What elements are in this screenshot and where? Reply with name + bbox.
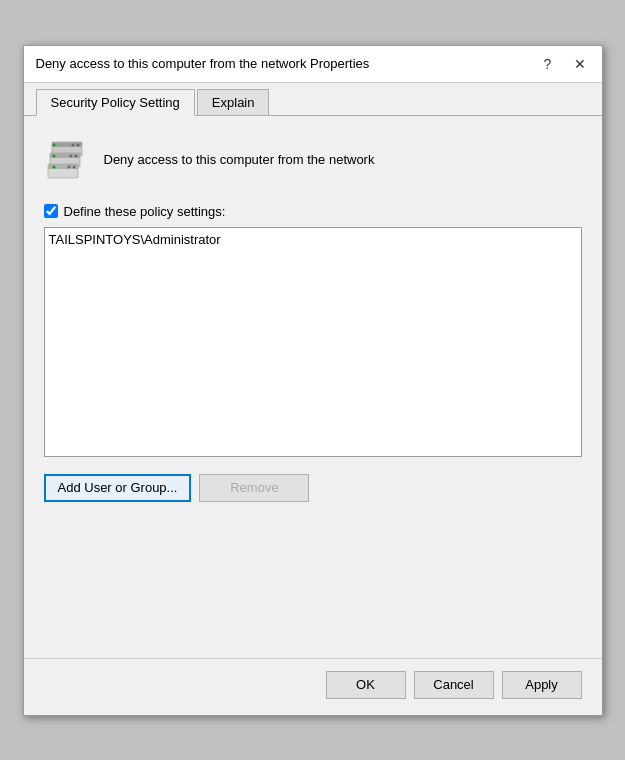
- define-row: Define these policy settings:: [44, 204, 582, 219]
- close-button[interactable]: ✕: [570, 54, 590, 74]
- svg-point-3: [71, 143, 74, 146]
- dialog-footer: OK Cancel Apply: [24, 658, 602, 715]
- apply-button[interactable]: Apply: [502, 671, 582, 699]
- svg-point-13: [52, 154, 55, 157]
- define-label[interactable]: Define these policy settings:: [64, 204, 226, 219]
- policy-header: Deny access to this computer from the ne…: [44, 132, 582, 188]
- tab-explain[interactable]: Explain: [197, 89, 270, 115]
- tab-bar: Security Policy Setting Explain: [24, 83, 602, 116]
- cancel-button[interactable]: Cancel: [414, 671, 494, 699]
- button-row: Add User or Group... Remove: [44, 474, 582, 502]
- svg-point-11: [67, 165, 70, 168]
- svg-point-7: [69, 154, 72, 157]
- svg-point-6: [74, 154, 77, 157]
- dialog-content: Deny access to this computer from the ne…: [24, 116, 602, 658]
- dialog-title: Deny access to this computer from the ne…: [36, 56, 370, 71]
- title-bar-controls: ? ✕: [538, 54, 590, 74]
- help-button[interactable]: ?: [538, 54, 558, 74]
- title-bar: Deny access to this computer from the ne…: [24, 46, 602, 83]
- policy-icon: [44, 136, 92, 184]
- svg-point-2: [76, 143, 79, 146]
- remove-button[interactable]: Remove: [199, 474, 309, 502]
- add-user-button[interactable]: Add User or Group...: [44, 474, 192, 502]
- policy-description: Deny access to this computer from the ne…: [104, 152, 375, 167]
- policy-list[interactable]: [44, 227, 582, 457]
- svg-point-14: [52, 165, 55, 168]
- content-spacer: [44, 502, 582, 642]
- properties-dialog: Deny access to this computer from the ne…: [23, 45, 603, 716]
- svg-point-10: [72, 165, 75, 168]
- define-checkbox[interactable]: [44, 204, 58, 218]
- title-bar-left: Deny access to this computer from the ne…: [36, 56, 538, 71]
- svg-point-12: [52, 143, 55, 146]
- ok-button[interactable]: OK: [326, 671, 406, 699]
- tab-security-policy[interactable]: Security Policy Setting: [36, 89, 195, 116]
